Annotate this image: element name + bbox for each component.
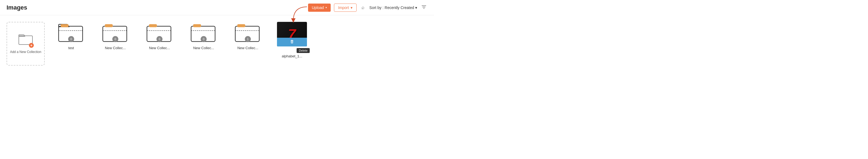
count-badge-3: 0	[200, 36, 207, 42]
collection-name-3: New Collec...	[193, 46, 214, 50]
collection-item-2[interactable]: 0 New Collec...	[142, 22, 177, 50]
image-thumb-wrapper: 7 Delete	[277, 22, 307, 47]
collection-item-4[interactable]: 1 New Collec...	[230, 22, 266, 50]
folder-wrapper-2: 0	[146, 22, 173, 44]
sort-button[interactable]: Sort by : Recently Created ▾	[369, 5, 417, 10]
search-icon: ⌕	[362, 5, 365, 10]
plus-badge: +	[29, 43, 34, 48]
add-collection-icon-wrapper: +	[19, 34, 33, 48]
collection-name-1: New Collec...	[105, 46, 126, 50]
filter-icon	[422, 5, 426, 10]
filter-button[interactable]	[421, 4, 428, 11]
import-label: Import	[338, 5, 349, 10]
add-collection-label: Add a New Collection	[10, 50, 41, 54]
count-badge-1: 0	[112, 36, 118, 42]
svg-rect-5	[61, 24, 68, 27]
page-title: Images	[6, 4, 305, 11]
count-badge-4: 1	[245, 36, 251, 42]
upload-label: Upload	[312, 5, 324, 10]
search-button[interactable]: ⌕	[360, 3, 366, 12]
import-button[interactable]: Import ▾	[334, 4, 356, 12]
collection-item-1[interactable]: 0 New Collec...	[98, 22, 133, 50]
count-badge-0: 0	[68, 36, 74, 42]
sort-chevron-icon: ▾	[415, 5, 417, 10]
sort-label: Sort by : Recently Created	[369, 5, 414, 10]
svg-rect-11	[149, 24, 157, 27]
header: Images Upload ▾ Import ▾ ⌕ Sort by : Rec…	[0, 0, 434, 15]
upload-chevron-icon: ▾	[326, 6, 327, 9]
image-item[interactable]: 7 Delete	[274, 22, 310, 58]
collection-item-3[interactable]: 0 New Collec...	[186, 22, 221, 50]
folder-wrapper-3: 0	[190, 22, 217, 44]
content-area: + Add a New Collection 0 test	[0, 15, 434, 72]
svg-rect-14	[193, 24, 201, 27]
delete-tooltip: Delete	[297, 48, 310, 53]
collection-name-2: New Collec...	[149, 46, 170, 50]
delete-overlay[interactable]	[277, 38, 307, 47]
image-name: alphabet_1...	[282, 54, 302, 58]
folder-wrapper-4: 1	[234, 22, 261, 44]
collection-item-0[interactable]: 0 test	[54, 22, 89, 50]
svg-rect-17	[238, 24, 245, 27]
collection-name-4: New Collec...	[238, 46, 258, 50]
folder-wrapper-0: 0	[58, 22, 85, 44]
svg-rect-8	[105, 24, 113, 27]
trash-icon	[290, 39, 294, 45]
import-chevron-icon: ▾	[350, 5, 352, 10]
count-badge-2: 0	[156, 36, 162, 42]
folder-wrapper-1: 0	[102, 22, 129, 44]
upload-button[interactable]: Upload ▾	[308, 4, 331, 12]
add-collection-card[interactable]: + Add a New Collection	[6, 22, 45, 65]
collection-name-0: test	[68, 46, 74, 50]
